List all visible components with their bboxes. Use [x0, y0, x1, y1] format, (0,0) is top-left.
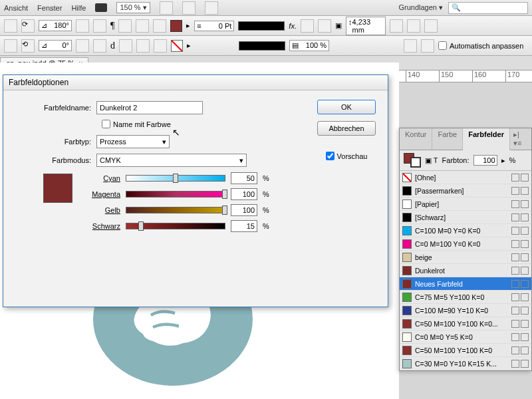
opt3-icon[interactable] [119, 39, 132, 53]
workspace-switcher[interactable]: Grundlagen ▾ [398, 3, 443, 12]
swatch-row[interactable]: C=50 M=100 Y=100 K=0... [400, 317, 531, 331]
fill-frame-icon[interactable] [421, 39, 434, 53]
tab-kontur[interactable]: Kontur [400, 128, 432, 150]
fit-content-icon[interactable] [390, 19, 403, 33]
scale-input[interactable]: ▤100 % [289, 40, 329, 51]
tint-input[interactable] [473, 155, 497, 166]
opt5-icon[interactable] [154, 39, 167, 53]
fill-swatch[interactable] [170, 20, 182, 32]
angle-input-2[interactable]: ⊿0° [39, 40, 72, 51]
swatch-type-icons [511, 293, 529, 301]
view-icon[interactable] [205, 1, 218, 15]
flip-h-icon[interactable] [4, 19, 17, 33]
center-icon[interactable] [424, 19, 438, 33]
paragraph-icon[interactable]: ¶ [110, 21, 114, 31]
swatch-chip [402, 319, 412, 329]
fit-frame-icon[interactable] [407, 19, 420, 33]
menu-fenster[interactable]: Fenster [37, 4, 62, 12]
color-type-select[interactable]: Prozess▾ [96, 135, 170, 148]
size-input[interactable]: ↕4,233 mm [346, 17, 386, 35]
flip-v-icon[interactable] [4, 39, 17, 53]
dotted-icon[interactable] [93, 19, 106, 33]
dashed-icon[interactable] [76, 19, 89, 33]
swatch-type-icons [511, 346, 529, 354]
wrap-icon[interactable] [301, 19, 314, 33]
none-swatch[interactable] [171, 40, 183, 52]
swatch-chip [402, 239, 412, 249]
crop-icon[interactable]: ▣ [335, 21, 342, 30]
fit-prop-icon[interactable] [404, 39, 417, 53]
opt4-icon[interactable] [136, 39, 150, 53]
align-icon[interactable] [118, 19, 132, 33]
angle-input-1[interactable]: ⊿180° [39, 20, 72, 31]
swatch-type-icons [511, 320, 529, 328]
cyan-label: Cyan [83, 174, 120, 182]
rotate-ccw-icon[interactable]: ⟲ [21, 39, 35, 53]
color-mode-select[interactable]: CMYK▾ [96, 154, 247, 167]
panel-menu-icon[interactable]: ▸| ▾≡ [510, 128, 531, 150]
swatch-row[interactable]: C=50 M=100 Y=100 K=0 [400, 344, 531, 357]
swatch-row[interactable]: C=30 M=0 Y=10 K=15 K... [400, 357, 531, 370]
swatch-chip [402, 173, 412, 182]
search-input[interactable]: 🔍 [448, 2, 528, 14]
cyan-value[interactable] [231, 172, 257, 184]
swatch-row[interactable]: C=75 M=5 Y=100 K=0 [400, 291, 531, 304]
schwarz-value[interactable] [231, 220, 257, 232]
cancel-button[interactable]: Abbrechen [317, 121, 376, 136]
menu-ansicht[interactable]: Ansicht [4, 4, 28, 12]
swatch-row[interactable]: C=100 M=0 Y=0 K=0 [400, 224, 531, 237]
gelb-value[interactable] [231, 204, 257, 216]
magenta-value[interactable] [231, 188, 257, 200]
swatch-name: [Ohne] [415, 174, 508, 182]
opt1-icon[interactable] [76, 39, 89, 53]
type-label: Farbtyp: [17, 138, 96, 146]
swatch-row[interactable]: [Ohne] [400, 171, 531, 184]
swatch-row[interactable]: [Schwarz] [400, 211, 531, 224]
tint-label: Farbton: [442, 156, 469, 164]
swatch-row[interactable]: [Papier] [400, 198, 531, 211]
swatch-row[interactable]: C=100 M=90 Y=10 K=0 [400, 304, 531, 317]
rotate-icon[interactable]: ⟳ [21, 19, 35, 33]
stroke-style[interactable] [238, 21, 285, 31]
dialog-title: Farbfeldoptionen [3, 75, 388, 90]
cyan-slider[interactable] [126, 175, 225, 182]
swatch-chip [402, 332, 412, 342]
stroke-weight[interactable]: ≡0 Pt [194, 21, 234, 31]
zoom-level[interactable]: 150 % ▾ [116, 2, 150, 13]
swatch-row[interactable]: C=0 M=100 Y=0 K=0 [400, 237, 531, 251]
mode-label: Farbmodus: [17, 156, 96, 164]
swatch-list[interactable]: [Ohne][Passermarken][Papier][Schwarz]C=1… [400, 171, 531, 370]
stroke-end[interactable] [239, 41, 285, 51]
arrange-icon[interactable] [182, 1, 196, 15]
preview-checkbox[interactable]: Vorschau [326, 152, 368, 160]
gelb-slider[interactable] [126, 207, 225, 213]
swatch-name: C=0 M=100 Y=0 K=0 [415, 240, 508, 248]
tab-farbe[interactable]: Farbe [432, 128, 463, 150]
fill-stroke-proxy[interactable] [404, 153, 421, 168]
bridge-badge[interactable]: Br [95, 3, 107, 12]
auto-fit-checkbox[interactable]: Automatisch anpassen [438, 41, 523, 50]
swatch-type-icons [511, 187, 529, 195]
swatches-panel: Kontur Farbe Farbfelder ▸| ▾≡ ▣ T Farbto… [399, 128, 532, 371]
swatch-row[interactable]: Neues Farbfeld [400, 277, 531, 291]
group-icon[interactable] [136, 19, 149, 33]
opt2-icon[interactable] [93, 39, 106, 53]
screen-mode-icon[interactable] [160, 1, 173, 15]
pathfinder-icon[interactable] [153, 19, 166, 33]
swatch-row[interactable]: Dunkelrot [400, 264, 531, 277]
swatch-options-dialog: Farbfeldoptionen OK Abbrechen Vorschau F… [3, 74, 388, 307]
schwarz-slider[interactable] [126, 223, 225, 229]
corner-icon[interactable] [318, 19, 331, 33]
control-bar-2: ⟲ ⊿0° d ▸ ▤100 % Automatisch anpassen [0, 36, 532, 56]
magenta-slider[interactable] [126, 191, 225, 198]
swatch-type-icons [511, 174, 529, 182]
ok-button[interactable]: OK [317, 100, 376, 114]
object-text-toggle[interactable]: ▣ T [425, 156, 438, 165]
swatch-row[interactable]: beige [400, 251, 531, 264]
swatch-row[interactable]: C=0 M=0 Y=5 K=0 [400, 331, 531, 344]
tab-farbfelder[interactable]: Farbfelder [463, 128, 510, 150]
swatch-name-input[interactable] [96, 101, 203, 114]
drop-cap-icon[interactable]: d [110, 41, 115, 51]
swatch-row[interactable]: [Passermarken] [400, 184, 531, 198]
menu-hilfe[interactable]: Hilfe [71, 4, 86, 12]
